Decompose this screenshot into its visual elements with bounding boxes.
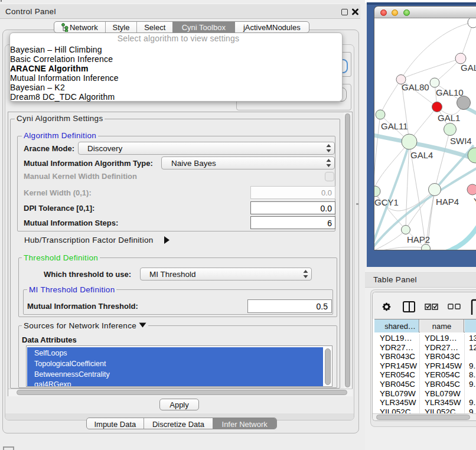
svg-text:SWI4: SWI4 [450,136,472,146]
svg-text:GAL10: GAL10 [436,87,464,97]
svg-text:GCY1: GCY1 [374,197,399,207]
svg-text:HAP4: HAP4 [436,197,459,207]
svg-text:GAL7: GAL7 [461,63,476,73]
svg-text:GAL1: GAL1 [438,113,460,123]
svg-text:GAL11: GAL11 [381,121,408,131]
svg-text:HAP2: HAP2 [407,234,430,244]
svg-text:GAL80: GAL80 [402,82,429,92]
svg-text:GAL4: GAL4 [410,150,433,160]
svg-text:Y: Y [474,196,476,206]
